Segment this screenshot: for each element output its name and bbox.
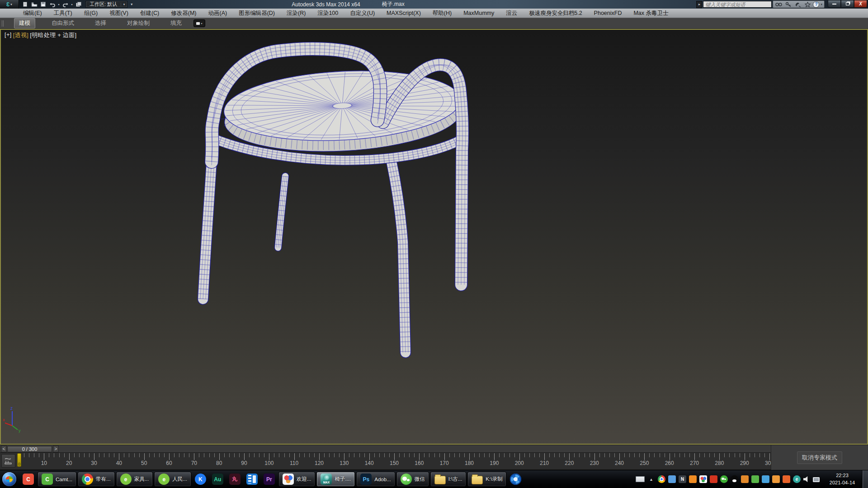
taskbar-item-browser-renmin[interactable]: e人民...: [154, 472, 191, 487]
help-icon[interactable]: ?: [813, 1, 819, 8]
menu-item[interactable]: 自定义(U): [344, 9, 381, 18]
time-slider-handle[interactable]: 0 / 300: [7, 446, 52, 452]
pdf-reader-tray-icon[interactable]: [710, 475, 717, 483]
antivirus-tray-icon[interactable]: e: [793, 475, 801, 483]
viewport-general-menu[interactable]: [+]: [5, 31, 12, 39]
search-toggle-button[interactable]: ▸: [696, 1, 702, 8]
help-dropdown-icon[interactable]: ▾: [821, 3, 822, 6]
network-tray-icon[interactable]: [813, 477, 820, 482]
start-button[interactable]: [2, 472, 16, 486]
menu-item[interactable]: 组(G): [78, 9, 104, 18]
taskbar-item-chrome[interactable]: 带有...: [78, 472, 115, 487]
ribbon-minimize-button[interactable]: ▾: [193, 19, 205, 27]
previous-frame-button[interactable]: <: [1, 446, 7, 452]
perspective-viewport[interactable]: [+] [透视] [明暗处理 + 边面] z x y: [0, 29, 868, 445]
menu-item[interactable]: PhoenixFD: [588, 9, 628, 18]
next-frame-button[interactable]: >: [53, 446, 59, 452]
taskbar-item-camtasia-recorder[interactable]: C: [20, 472, 36, 487]
wechat-tray-icon[interactable]: [720, 475, 728, 483]
taskbar-item-welcome-app[interactable]: 欢迎...: [278, 472, 316, 487]
favorites-star-icon[interactable]: [803, 1, 811, 8]
ribbon-tab[interactable]: 对象绘制: [123, 19, 154, 28]
viewport-shading-menu[interactable]: [明暗处理 + 边面]: [30, 31, 76, 39]
usb-safe-tray-icon[interactable]: [751, 475, 759, 483]
taskbar-item-wechat[interactable]: 微信: [396, 472, 429, 487]
pinyin-tray-icon[interactable]: [668, 475, 676, 483]
security-tray-icon[interactable]: [741, 475, 749, 483]
menu-item[interactable]: 创建(C): [134, 9, 165, 18]
toolbar-overflow-button[interactable]: ▼: [128, 1, 135, 8]
taskbar-item-kuaishou[interactable]: K: [193, 472, 208, 487]
search-input[interactable]: [703, 1, 772, 8]
taskbar-item-wan-app[interactable]: 丸: [227, 472, 243, 487]
stool-model-wireframe[interactable]: [1, 30, 867, 444]
redo-history-dropdown[interactable]: ▾: [70, 0, 74, 8]
restore-button[interactable]: [841, 0, 854, 8]
axis-y-label: y: [19, 428, 21, 433]
usb-orange-tray-icon[interactable]: [689, 475, 697, 483]
ribbon-grip-handle[interactable]: [2, 20, 4, 27]
taskbar-item-photoshop[interactable]: PsAdob...: [356, 472, 395, 487]
cancel-expert-mode-button[interactable]: 取消专家模式: [797, 451, 842, 464]
volume-tray-icon[interactable]: [803, 476, 810, 483]
screenshot-tray-icon[interactable]: [772, 475, 780, 483]
taskbar-item-xuanyun-client[interactable]: [508, 472, 524, 487]
taskbar-clock[interactable]: 22:23 2021-04-14: [826, 472, 859, 487]
show-desktop-button[interactable]: [862, 470, 868, 488]
key-subscription-icon[interactable]: [784, 1, 793, 8]
firewall-tray-icon[interactable]: [783, 475, 790, 483]
trackbar-ruler[interactable]: 0 01020304050607080901001101201301401501…: [0, 453, 771, 469]
taskbar-item-browser-furniture[interactable]: e家具...: [116, 472, 153, 487]
keyboard-layout-icon[interactable]: [636, 476, 645, 482]
undo-history-dropdown[interactable]: ▾: [57, 0, 61, 8]
wireless-tray-icon[interactable]: [762, 475, 769, 483]
current-frame-marker[interactable]: 0: [17, 453, 21, 467]
project-folder-button[interactable]: [74, 0, 83, 8]
menu-item[interactable]: 工具(T): [48, 9, 78, 18]
stool-rear-legs-and-apron: [211, 135, 462, 353]
menu-item[interactable]: 渲云: [500, 9, 523, 18]
taskbar-item-camtasia-studio[interactable]: CCamt...: [38, 472, 76, 487]
qq-tray-icon[interactable]: [731, 475, 738, 483]
taskbar-item-3dsmax-task[interactable]: MAX椅子....: [316, 472, 355, 487]
menu-item[interactable]: MaxMummy: [458, 9, 500, 18]
ribbon-tab[interactable]: 选择: [90, 19, 111, 28]
taskbar-item-premiere[interactable]: Pr: [261, 472, 277, 487]
menu-item[interactable]: 渲染100: [311, 9, 344, 18]
ribbon-tab[interactable]: 建模: [14, 18, 35, 28]
taskbar-item-folder-gu[interactable]: I:\古...: [430, 472, 467, 487]
input-method-tray-icon[interactable]: N: [679, 475, 686, 483]
menu-item[interactable]: 动画(A): [202, 9, 233, 18]
workspace-selector[interactable]: 工作区: 默认 ▾: [85, 1, 127, 8]
track-bar[interactable]: 0 01020304050607080901001101201301401501…: [0, 453, 771, 470]
ribbon-tab[interactable]: 填充: [166, 19, 186, 28]
menu-item[interactable]: Max 杀毒卫士: [627, 9, 674, 18]
menu-item[interactable]: 图形编辑器(D): [233, 9, 281, 18]
menu-item[interactable]: 修改器(M): [165, 9, 202, 18]
time-slider[interactable]: < 0 / 300 >: [0, 445, 771, 453]
communication-center-icon[interactable]: [794, 1, 802, 8]
taskbar-item-folder-record[interactable]: K:\录制: [467, 472, 506, 487]
open-file-button[interactable]: [30, 0, 38, 8]
application-menu-button[interactable]: 3 ▾: [0, 0, 19, 9]
new-file-button[interactable]: [21, 0, 29, 8]
menu-item[interactable]: 编辑(E): [17, 9, 48, 18]
menu-item[interactable]: 极速瘦身安全归档5.2: [523, 9, 588, 18]
viewport-pov-menu[interactable]: [透视]: [13, 31, 28, 39]
redo-button[interactable]: [61, 0, 70, 8]
minimize-button[interactable]: [828, 0, 841, 8]
save-file-button[interactable]: [39, 0, 47, 8]
menu-item[interactable]: 帮助(H): [427, 9, 458, 18]
menu-item[interactable]: 视图(V): [104, 9, 134, 18]
taskbar-item-audition[interactable]: Au: [210, 472, 226, 487]
undo-button[interactable]: [48, 0, 57, 8]
close-button[interactable]: X: [854, 0, 867, 8]
taskbar-item-video-editor[interactable]: [244, 472, 260, 487]
menu-item[interactable]: 渲染(R): [281, 9, 311, 18]
chrome-tray-icon[interactable]: [658, 475, 665, 483]
menu-item[interactable]: MAXScript(X): [381, 9, 427, 18]
show-hidden-icons-icon[interactable]: ▴: [647, 475, 655, 483]
search-icon[interactable]: [775, 1, 783, 8]
color-circles-tray-icon[interactable]: [699, 475, 707, 483]
ribbon-tab[interactable]: 自由形式: [47, 19, 79, 28]
